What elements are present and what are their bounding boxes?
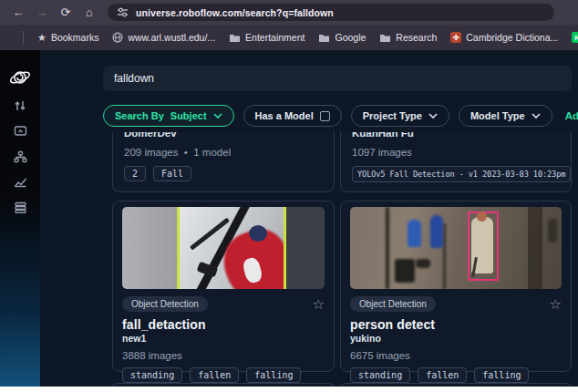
folder-icon <box>229 33 241 43</box>
bookmark-arl-wustl[interactable]: www.arl.wustl.edu/... <box>112 32 215 43</box>
pedestrian-shape <box>408 220 421 247</box>
cambridge-shield-icon: ✣ <box>450 32 461 43</box>
project-card-person-detect[interactable]: Object Detection ☆ person detect yukino … <box>340 201 572 372</box>
chart-icon[interactable] <box>14 175 27 189</box>
star-icon: ★ <box>37 32 46 44</box>
class-tag: fallen <box>418 367 467 383</box>
person-bounding-box <box>468 211 499 281</box>
monitor-icon[interactable] <box>14 124 27 138</box>
bookmark-label: Cambridge Dictiona... <box>466 32 558 43</box>
search-input[interactable] <box>103 66 572 91</box>
back-button[interactable]: ← <box>7 0 29 25</box>
project-author: DomerDev <box>124 132 323 139</box>
bookmark-label: Google <box>335 32 366 43</box>
project-card[interactable]: DomerDev 209 images • 1 model 2 Fall <box>112 132 335 192</box>
has-a-model-filter[interactable]: Has a Model <box>243 105 342 127</box>
dog-shape <box>416 259 430 268</box>
project-title[interactable]: person detect <box>350 317 562 332</box>
helmet-shape <box>249 225 267 242</box>
image-count: 209 images <box>124 147 178 158</box>
folder-icon <box>379 33 391 43</box>
pedestrian-shape <box>430 215 443 248</box>
favorite-star-icon[interactable]: ☆ <box>550 298 562 311</box>
project-type-badge: Object Detection <box>122 296 208 312</box>
bookmarks-bar: ★ Bookmarks www.arl.wustl.edu/... Entert… <box>0 25 578 50</box>
bookmark-folder-entertainment[interactable]: Entertainment <box>229 32 304 43</box>
results-row: Object Detection ☆ fall_detaction new1 3… <box>112 201 578 372</box>
bookmark-naver[interactable]: N NAVER <box>572 32 578 43</box>
chevron-down-icon <box>213 113 222 119</box>
project-author[interactable]: yukino <box>350 333 562 344</box>
trending-sort-icon[interactable] <box>14 98 26 112</box>
project-card[interactable]: KuanHan Fu 1097 images YOLOv5 Fall Detec… <box>340 132 572 192</box>
card-header: Object Detection ☆ <box>122 296 325 312</box>
results-row-partial: DomerDev 209 images • 1 model 2 Fall Kua… <box>112 132 578 192</box>
annotated-photo <box>177 207 286 289</box>
filter-label: Model Type <box>470 110 525 121</box>
globe-icon <box>112 32 123 43</box>
folder-icon <box>318 33 330 43</box>
checkbox[interactable] <box>320 111 330 121</box>
divider <box>23 31 24 44</box>
network-icon[interactable] <box>14 150 27 163</box>
forward-button[interactable]: → <box>31 0 53 25</box>
refresh-button[interactable]: ⟳ <box>55 0 77 25</box>
search-by-filter[interactable]: Search By Subject <box>103 105 234 127</box>
browser-window: ← → ⟳ ⌂ universe.roboflow.com/search?q=f… <box>0 0 578 387</box>
model-version-tag: YOLOv5 Fall Detection - v1 2023-03-03 10… <box>352 166 571 182</box>
bookmarks-label: Bookmarks <box>51 32 99 43</box>
pedestrian-shape <box>548 219 557 242</box>
class-tags: standing fallen falling <box>350 367 562 383</box>
shadow-band <box>528 207 542 289</box>
project-type-filter[interactable]: Project Type <box>351 105 449 127</box>
page-body: Search By Subject Has a Model Project Ty… <box>0 50 578 387</box>
home-button[interactable]: ⌂ <box>78 0 100 25</box>
class-tag: Fall <box>153 166 191 181</box>
project-card[interactable] <box>340 383 572 387</box>
filter-bar: Search By Subject Has a Model Project Ty… <box>103 105 578 127</box>
card-header: Object Detection ☆ <box>350 296 562 312</box>
chevron-down-icon <box>428 113 438 119</box>
chevron-down-icon <box>532 113 541 119</box>
favorite-star-icon[interactable]: ☆ <box>313 298 325 311</box>
project-card[interactable] <box>112 383 335 387</box>
filter-label: Has a Model <box>255 110 314 121</box>
site-info-icon[interactable] <box>117 6 129 18</box>
address-bar[interactable]: universe.roboflow.com/search?q=falldown <box>108 4 554 21</box>
image-count: 6675 images <box>350 350 562 361</box>
browser-toolbar: ← → ⟳ ⌂ universe.roboflow.com/search?q=f… <box>0 0 578 25</box>
class-tag: 2 <box>124 166 146 181</box>
bookmarks-menu[interactable]: ★ Bookmarks <box>37 32 98 44</box>
bookmark-cambridge-dictionary[interactable]: ✣ Cambridge Dictiona... <box>450 32 558 43</box>
project-author[interactable]: new1 <box>122 333 325 344</box>
search-results-page: Search By Subject Has a Model Project Ty… <box>40 50 578 387</box>
trash-bin-shape <box>395 259 415 283</box>
class-tag: standing <box>350 367 410 383</box>
model-count: 1 model <box>193 147 231 158</box>
roboflow-universe-logo[interactable] <box>9 70 31 84</box>
sidebar <box>0 50 40 387</box>
bookmark-label: Research <box>396 32 437 43</box>
class-tag: falling <box>246 367 301 383</box>
bookmark-label: www.arl.wustl.edu/... <box>128 32 215 43</box>
advanced-filters-link[interactable]: Advanced Fi <box>565 110 578 121</box>
class-tags: standing fallen falling <box>122 367 325 383</box>
class-tags: 2 Fall <box>124 166 323 181</box>
bookmark-folder-google[interactable]: Google <box>318 32 366 43</box>
pole-shape <box>386 207 389 289</box>
model-type-filter[interactable]: Model Type <box>459 105 552 127</box>
project-meta: 1097 images <box>352 147 560 158</box>
filter-value: Subject <box>170 110 207 121</box>
bookmark-label: Entertainment <box>245 32 304 43</box>
collections-stack-icon[interactable] <box>14 201 27 214</box>
class-tag: standing <box>122 367 182 383</box>
naver-icon: N <box>572 32 578 43</box>
image-count: 1097 images <box>352 147 412 158</box>
project-card-fall-detection[interactable]: Object Detection ☆ fall_detaction new1 3… <box>112 201 335 372</box>
bookmark-folder-research[interactable]: Research <box>379 32 437 43</box>
project-meta: 209 images • 1 model <box>124 147 323 158</box>
street-pedestrians-thumbnail <box>350 207 562 289</box>
pole-shape <box>443 223 446 289</box>
class-tag: falling <box>474 367 529 383</box>
project-title[interactable]: fall_detaction <box>122 317 325 332</box>
